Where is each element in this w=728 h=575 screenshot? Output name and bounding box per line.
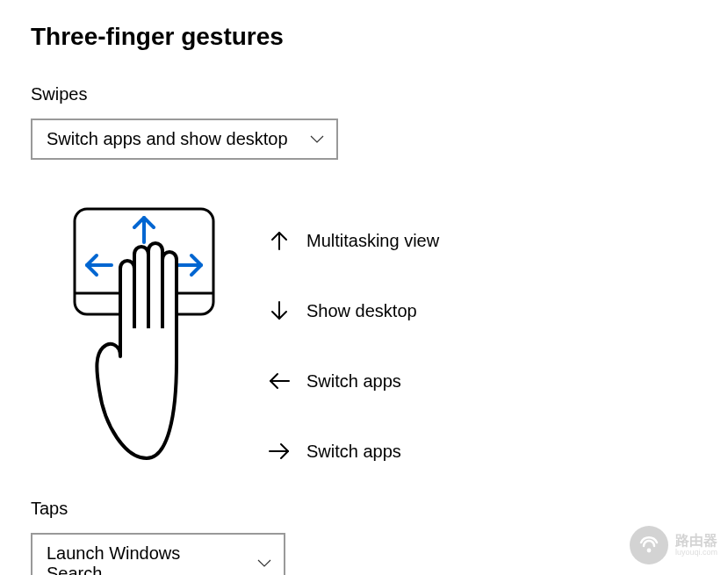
arrow-right-icon bbox=[261, 442, 298, 461]
taps-dropdown-value: Launch Windows Search bbox=[47, 543, 240, 575]
watermark-sub: luyouqi.com bbox=[675, 548, 717, 557]
chevron-down-icon bbox=[257, 557, 271, 571]
mapping-row-up: Multitasking view bbox=[261, 205, 439, 276]
mapping-row-right: Switch apps bbox=[261, 416, 439, 486]
swipes-label: Swipes bbox=[31, 84, 697, 104]
arrow-up-icon bbox=[261, 230, 298, 251]
touchpad-illustration bbox=[69, 205, 219, 486]
taps-label: Taps bbox=[31, 499, 697, 519]
router-icon bbox=[630, 526, 668, 564]
taps-dropdown[interactable]: Launch Windows Search bbox=[31, 533, 285, 575]
mapping-label: Switch apps bbox=[306, 371, 401, 392]
swipes-section: Swipes Switch apps and show desktop bbox=[31, 84, 697, 160]
watermark: 路由器 luyouqi.com bbox=[630, 526, 717, 564]
mapping-label: Multitasking view bbox=[306, 231, 439, 251]
watermark-text: 路由器 bbox=[675, 534, 717, 548]
gesture-mapping-list: Multitasking view Show desktop Switch ap… bbox=[261, 205, 439, 486]
mapping-row-left: Switch apps bbox=[261, 346, 439, 416]
arrow-down-icon bbox=[261, 300, 298, 321]
svg-point-12 bbox=[647, 549, 652, 553]
mapping-label: Show desktop bbox=[306, 301, 417, 321]
page-title: Three-finger gestures bbox=[31, 23, 697, 51]
swipes-dropdown-value: Switch apps and show desktop bbox=[47, 129, 288, 149]
mapping-row-down: Show desktop bbox=[261, 276, 439, 346]
gesture-area: Multitasking view Show desktop Switch ap… bbox=[69, 205, 697, 486]
taps-section: Taps Launch Windows Search bbox=[31, 499, 697, 575]
swipes-dropdown[interactable]: Switch apps and show desktop bbox=[31, 119, 338, 160]
chevron-down-icon bbox=[310, 133, 324, 147]
arrow-left-icon bbox=[261, 371, 298, 391]
mapping-label: Switch apps bbox=[306, 442, 401, 462]
